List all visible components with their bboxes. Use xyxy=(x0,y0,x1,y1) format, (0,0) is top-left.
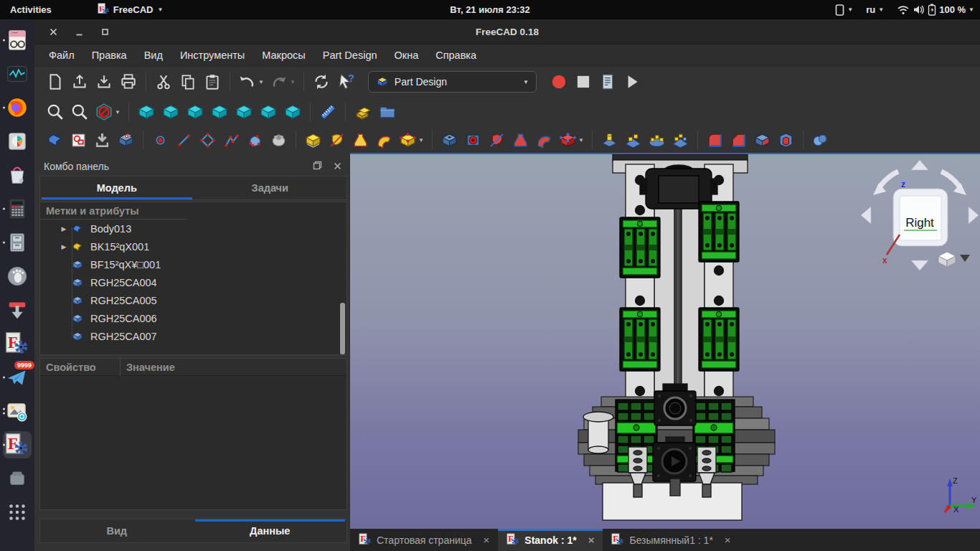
clock[interactable]: Вт, 21 июля 23:32 xyxy=(450,4,529,15)
menu-part-design[interactable]: Part Design xyxy=(314,47,386,64)
nav-mini-cube[interactable] xyxy=(938,252,956,267)
tab-data[interactable]: Данные xyxy=(194,519,347,542)
draw-style-button[interactable]: ▼ xyxy=(92,101,123,123)
menu-view[interactable]: Вид xyxy=(136,47,171,64)
tab-model[interactable]: Модель xyxy=(40,176,194,199)
redo-button[interactable]: ▼ xyxy=(267,71,298,93)
dock-gnome-foot[interactable] xyxy=(3,263,32,290)
cut-button[interactable] xyxy=(151,71,176,93)
close-tab-icon[interactable]: × xyxy=(478,534,490,546)
document-tab-1[interactable]: FStanok : 1*× xyxy=(498,529,603,551)
view-front-button[interactable] xyxy=(159,101,183,123)
document-tab-2[interactable]: FБезымянный1 : 1*× xyxy=(603,529,739,551)
new-file-button[interactable] xyxy=(43,71,67,93)
dock-freecad-active[interactable]: F xyxy=(3,431,32,458)
macro-stop-button[interactable] xyxy=(571,71,595,93)
shape-binder-button[interactable] xyxy=(351,101,375,123)
draft-button[interactable] xyxy=(750,130,774,151)
panel-float-button[interactable] xyxy=(311,161,323,172)
device-menu[interactable]: ▼ xyxy=(835,4,853,16)
dock-screenshot-tool[interactable] xyxy=(3,397,32,425)
minimize-window-button[interactable] xyxy=(75,27,83,36)
chamfer-button[interactable] xyxy=(727,130,750,151)
nav-arrow-up[interactable] xyxy=(911,160,928,170)
nav-arrow-down[interactable] xyxy=(911,260,928,270)
subtractive-loft-button[interactable] xyxy=(509,130,532,151)
view-bottom-button[interactable] xyxy=(256,101,281,123)
dock-calculator[interactable] xyxy=(3,195,32,222)
dock-system-monitor[interactable] xyxy=(3,60,32,88)
pad-button[interactable] xyxy=(301,130,325,151)
tree-item-rgh25ca006[interactable]: RGH25CA006 xyxy=(40,309,347,327)
fillet-button[interactable] xyxy=(703,130,727,151)
close-tab-icon[interactable]: × xyxy=(719,534,731,546)
menu-help[interactable]: Справка xyxy=(427,47,485,64)
measure-distance-button[interactable] xyxy=(316,101,340,123)
sketch-point-button[interactable] xyxy=(149,130,172,151)
sketch-rectangle-button[interactable] xyxy=(196,130,220,151)
close-window-button[interactable] xyxy=(49,27,57,36)
open-file-button[interactable] xyxy=(67,71,92,93)
subtractive-primitive-button[interactable]: ▼ xyxy=(556,130,587,151)
polar-pattern-button[interactable] xyxy=(645,130,669,151)
refresh-button[interactable] xyxy=(309,71,334,93)
save-file-button[interactable] xyxy=(92,71,116,93)
map-sketch-button[interactable] xyxy=(114,130,138,151)
nav-cube-face-label[interactable]: Right xyxy=(905,216,934,230)
close-tab-icon[interactable]: × xyxy=(583,534,595,546)
tree-item-body013[interactable]: ▶Body013 xyxy=(40,220,347,237)
groove-button[interactable] xyxy=(485,130,509,151)
view-left-button[interactable] xyxy=(281,101,305,123)
multi-transform-button[interactable] xyxy=(669,130,692,151)
macro-record-button[interactable] xyxy=(547,71,571,93)
tree-item-rgh25ca007[interactable]: RGH25CA007 xyxy=(40,327,347,345)
sketch-bspline-button[interactable] xyxy=(243,130,267,151)
linear-pattern-button[interactable] xyxy=(621,130,645,151)
menu-tools[interactable]: Инструменты xyxy=(171,47,253,64)
thickness-button[interactable] xyxy=(774,130,798,151)
sketch-line-button[interactable] xyxy=(172,130,196,151)
navigation-cube[interactable]: Right z x xyxy=(861,160,979,270)
tab-view[interactable]: Вид xyxy=(40,519,194,542)
view-isometric-button[interactable] xyxy=(134,101,159,123)
group-folder-button[interactable] xyxy=(375,101,400,123)
mirrored-button[interactable] xyxy=(598,130,621,151)
expand-arrow-icon[interactable]: ▶ xyxy=(56,243,72,250)
revolution-button[interactable] xyxy=(325,130,349,151)
copy-button[interactable] xyxy=(176,71,200,93)
dock-freecad[interactable]: F xyxy=(3,330,32,357)
dock-software-store[interactable] xyxy=(3,161,32,189)
nav-arrow-right[interactable] xyxy=(969,207,979,224)
undo-button[interactable]: ▼ xyxy=(235,71,267,93)
create-body-button[interactable] xyxy=(43,130,67,151)
dock-download-manager[interactable] xyxy=(3,296,32,324)
dock-app-grid[interactable] xyxy=(3,499,32,526)
tree-item-rgh25ca005[interactable]: RGH25CA005 xyxy=(40,291,347,309)
nav-rotate-cw[interactable] xyxy=(941,171,960,187)
menu-edit[interactable]: Правка xyxy=(83,47,136,64)
document-tab-0[interactable]: FСтартовая страница× xyxy=(350,529,498,551)
appmenu-freecad[interactable]: F FreeCAD ▼ xyxy=(98,3,164,17)
tab-tasks[interactable]: Задачи xyxy=(194,176,347,199)
nav-rotate-ccw[interactable] xyxy=(880,171,898,187)
view-top-button[interactable] xyxy=(183,101,207,123)
additive-loft-button[interactable] xyxy=(349,130,372,151)
edit-sketch-button[interactable] xyxy=(90,130,114,151)
dock-gray-box[interactable] xyxy=(3,465,32,492)
whats-this-button[interactable]: ? xyxy=(334,71,358,93)
expand-arrow-icon[interactable]: ▶ xyxy=(56,225,72,232)
nav-arrow-left[interactable] xyxy=(861,207,871,224)
keyboard-layout-menu[interactable]: ru ▼ xyxy=(866,4,884,15)
maximize-window-button[interactable] xyxy=(100,27,109,36)
dock-disk-usage-analyzer[interactable] xyxy=(3,128,32,155)
3d-viewport[interactable]: Right z x xyxy=(350,153,980,529)
macro-dialog-button[interactable] xyxy=(595,71,620,93)
dock-text-editor[interactable] xyxy=(3,27,32,54)
tree-item-rgh25ca004[interactable]: RGH25CA004 xyxy=(40,273,347,291)
fit-all-button[interactable] xyxy=(43,101,67,123)
subtractive-pipe-button[interactable] xyxy=(532,130,556,151)
additive-pipe-button[interactable] xyxy=(372,130,396,151)
tree-scrollbar[interactable] xyxy=(340,303,345,354)
workbench-selector[interactable]: Part Design▼ xyxy=(368,71,537,93)
panel-close-button[interactable] xyxy=(331,161,343,172)
